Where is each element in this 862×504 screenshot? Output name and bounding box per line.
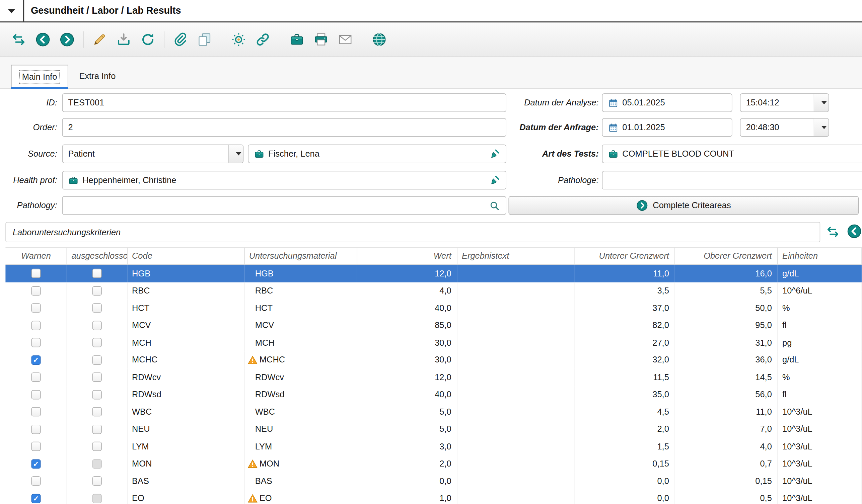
order-field[interactable]: 2 [62,118,506,137]
request-time-dropdown-button[interactable] [814,119,829,136]
excluded-checkbox[interactable] [92,304,102,313]
warn-checkbox[interactable] [31,372,41,382]
warn-checkbox[interactable] [31,304,41,313]
excluded-checkbox[interactable] [92,477,102,486]
relate-link-icon[interactable] [251,27,275,52]
excluded-checkbox[interactable] [92,286,102,295]
reload-icon[interactable] [136,27,160,52]
pathologist-field[interactable] [602,171,862,190]
warn-checkbox[interactable] [31,321,41,330]
warn-checkbox[interactable] [31,338,41,347]
warn-cell [5,490,67,504]
tab-extra-info[interactable]: Extra Info [71,65,123,88]
excluded-checkbox[interactable] [92,321,102,330]
request-date-field[interactable]: 01.01.2025 [602,118,732,137]
column-header[interactable]: Warnen [5,248,67,264]
warn-checkbox[interactable] [31,390,41,399]
table-row[interactable]: HGBHGB12,011,016,0g/dL [5,265,862,282]
ergebnistext-cell [457,455,575,473]
column-header[interactable]: Einheiten [778,248,862,264]
search-icon[interactable] [488,200,500,211]
warn-checkbox[interactable] [31,477,41,486]
excluded-checkbox[interactable] [92,459,102,468]
excluded-checkbox[interactable] [92,425,102,434]
attachment-icon[interactable] [168,27,192,52]
table-row[interactable]: MCHMCH30,027,031,0pg [5,334,862,352]
analysis-time-dropdown-button[interactable] [814,94,829,112]
unit-cell: 10^3/uL [778,473,862,490]
table-row[interactable]: MONMON2,00,150,710^3/uL [5,455,862,473]
warn-checkbox[interactable] [31,459,41,468]
warn-checkbox[interactable] [31,269,41,278]
table-row[interactable]: RDWcvRDWcv12,011,514,5% [5,369,862,386]
health-prof-field[interactable]: Heppenheimer, Christine [62,171,506,190]
upper-limit-cell: 11,0 [675,403,778,421]
table-row[interactable]: NEUNEU5,02,07,010^3/uL [5,421,862,438]
table-row[interactable]: EOEO1,00,00,510^3/uL [5,490,862,504]
clear-brush-icon[interactable] [488,174,500,186]
excluded-checkbox[interactable] [92,442,102,451]
column-header[interactable]: ausgeschlossen [67,248,128,264]
window-menu-toggle[interactable] [0,0,24,22]
column-header[interactable]: Unterer Grenzwert [574,248,675,264]
source-party-field[interactable]: Fischer, Lena [248,145,506,163]
request-time-field[interactable]: 20:48:30 [740,118,829,137]
switch-view-icon[interactable] [7,27,31,52]
note-icon[interactable] [193,27,217,52]
analysis-date-field[interactable]: 05.01.2025 [602,93,732,112]
email-icon[interactable] [333,27,357,52]
table-row[interactable]: MCHCMCHC30,032,036,0g/dL [5,352,862,369]
print-icon[interactable] [309,27,333,52]
id-field[interactable]: TEST001 [62,93,506,112]
column-header[interactable]: Ergebnistext [457,248,575,264]
warn-cell [5,282,67,300]
table-row[interactable]: RDWsdRDWsd40,035,056,0fl [5,386,862,403]
table-row[interactable]: BASBAS0,00,00,1510^3/uL [5,473,862,490]
warn-checkbox[interactable] [31,355,41,365]
warn-cell [5,334,67,352]
next-record-icon[interactable] [55,27,79,52]
warn-checkbox[interactable] [31,442,41,451]
warn-checkbox[interactable] [31,407,41,417]
pathology-field[interactable] [62,196,506,215]
report-icon[interactable] [285,27,309,52]
table-row[interactable]: LYMLYM3,01,54,010^3/uL [5,438,862,455]
table-row[interactable]: RBCRBC4,03,55,510^6/uL [5,282,862,300]
analysis-time-field[interactable]: 15:04:12 [740,93,829,112]
column-header[interactable]: Wert [357,248,457,264]
tab-main-info[interactable]: Main Info [11,65,68,88]
excluded-checkbox[interactable] [92,494,102,503]
table-row[interactable]: WBCWBC5,04,511,010^3/uL [5,403,862,421]
material-cell: HCT [245,300,358,317]
excluded-checkbox[interactable] [92,407,102,417]
column-header[interactable]: Code [128,248,245,264]
criteria-previous-icon[interactable] [847,224,862,239]
test-type-field[interactable]: COMPLETE BLOOD COUNT [602,145,862,163]
previous-record-icon[interactable] [31,27,55,52]
excluded-checkbox[interactable] [92,372,102,382]
excluded-checkbox[interactable] [92,390,102,399]
edit-icon[interactable] [88,27,112,52]
wert-cell: 40,0 [357,386,457,403]
excluded-checkbox[interactable] [92,355,102,365]
column-header[interactable]: Oberer Grenzwert [675,248,778,264]
source-select[interactable]: Patient [62,145,244,163]
action-gear-icon[interactable] [226,27,250,52]
complete-criteareas-button[interactable]: Complete Criteareas [508,196,859,215]
ergebnistext-cell [457,490,575,504]
translate-globe-icon[interactable] [367,27,391,52]
clear-brush-icon[interactable] [488,148,500,159]
table-row[interactable]: MCVMCV85,082,095,0fl [5,317,862,334]
save-icon[interactable] [112,27,136,52]
source-dropdown-button[interactable] [228,145,244,163]
criteria-switch-view-icon[interactable] [826,225,840,239]
column-header[interactable]: Untersuchungsmaterial [245,248,358,264]
warn-checkbox[interactable] [31,425,41,434]
warn-checkbox[interactable] [31,286,41,295]
excluded-checkbox[interactable] [92,338,102,347]
chevron-down-icon [822,101,827,104]
excluded-cell [67,369,128,386]
excluded-checkbox[interactable] [92,269,102,278]
table-row[interactable]: HCTHCT40,037,050,0% [5,300,862,317]
warn-checkbox[interactable] [31,494,41,503]
